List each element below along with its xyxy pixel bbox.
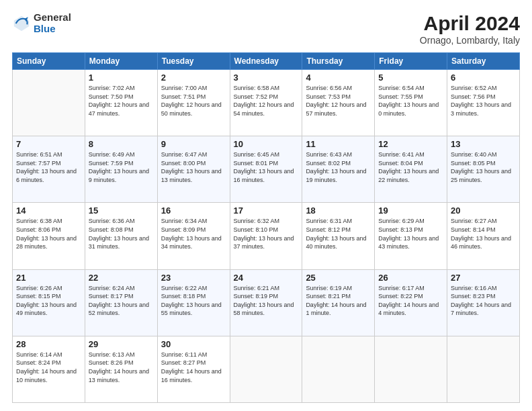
calendar-cell: 16Sunrise: 6:34 AM Sunset: 8:09 PM Dayli…	[157, 203, 230, 269]
calendar-cell: 2Sunrise: 7:00 AM Sunset: 7:51 PM Daylig…	[157, 70, 230, 136]
day-number: 24	[234, 273, 299, 283]
day-info: Sunrise: 6:45 AM Sunset: 8:01 PM Dayligh…	[234, 150, 299, 184]
day-info: Sunrise: 6:27 AM Sunset: 8:14 PM Dayligh…	[451, 217, 516, 250]
day-number: 1	[89, 73, 154, 83]
calendar-cell	[13, 70, 85, 136]
day-info: Sunrise: 6:58 AM Sunset: 7:52 PM Dayligh…	[234, 84, 299, 118]
day-number: 5	[378, 73, 443, 83]
day-number: 19	[378, 205, 443, 216]
weekday-wednesday: Wednesday	[230, 53, 302, 70]
calendar-cell: 28Sunrise: 6:14 AM Sunset: 8:24 PM Dayli…	[13, 336, 85, 402]
calendar-cell: 7Sunrise: 6:51 AM Sunset: 7:57 PM Daylig…	[13, 136, 85, 203]
day-number: 18	[306, 205, 371, 216]
day-number: 15	[89, 205, 154, 216]
day-info: Sunrise: 6:17 AM Sunset: 8:22 PM Dayligh…	[378, 284, 443, 318]
calendar-cell: 22Sunrise: 6:24 AM Sunset: 8:17 PM Dayli…	[85, 269, 157, 336]
day-info: Sunrise: 6:11 AM Sunset: 8:27 PM Dayligh…	[161, 351, 226, 384]
calendar-cell: 20Sunrise: 6:27 AM Sunset: 8:14 PM Dayli…	[447, 203, 520, 269]
day-info: Sunrise: 6:29 AM Sunset: 8:13 PM Dayligh…	[378, 217, 443, 250]
logo-general: General	[34, 12, 71, 24]
day-info: Sunrise: 6:51 AM Sunset: 7:57 PM Dayligh…	[16, 150, 81, 184]
day-number: 17	[234, 205, 299, 216]
calendar-cell: 15Sunrise: 6:36 AM Sunset: 8:08 PM Dayli…	[85, 203, 157, 269]
calendar-cell: 5Sunrise: 6:54 AM Sunset: 7:55 PM Daylig…	[375, 70, 447, 136]
calendar-cell: 27Sunrise: 6:16 AM Sunset: 8:23 PM Dayli…	[447, 269, 520, 336]
week-row-1: 1Sunrise: 7:02 AM Sunset: 7:50 PM Daylig…	[13, 70, 520, 136]
day-info: Sunrise: 6:26 AM Sunset: 8:15 PM Dayligh…	[16, 284, 81, 318]
day-number: 11	[306, 139, 371, 149]
calendar-cell: 21Sunrise: 6:26 AM Sunset: 8:15 PM Dayli…	[13, 269, 85, 336]
week-row-4: 21Sunrise: 6:26 AM Sunset: 8:15 PM Dayli…	[13, 269, 520, 336]
day-info: Sunrise: 6:49 AM Sunset: 7:59 PM Dayligh…	[89, 150, 154, 184]
weekday-friday: Friday	[375, 53, 447, 70]
calendar-cell: 17Sunrise: 6:32 AM Sunset: 8:10 PM Dayli…	[230, 203, 302, 269]
weekday-thursday: Thursday	[302, 53, 375, 70]
subtitle: Ornago, Lombardy, Italy	[420, 35, 520, 46]
day-number: 21	[16, 273, 81, 283]
day-info: Sunrise: 6:24 AM Sunset: 8:17 PM Dayligh…	[89, 284, 154, 318]
day-number: 30	[161, 339, 226, 349]
calendar-cell: 12Sunrise: 6:41 AM Sunset: 8:04 PM Dayli…	[375, 136, 447, 203]
day-number: 7	[16, 139, 81, 149]
day-info: Sunrise: 6:52 AM Sunset: 7:56 PM Dayligh…	[451, 84, 516, 118]
week-row-2: 7Sunrise: 6:51 AM Sunset: 7:57 PM Daylig…	[13, 136, 520, 203]
calendar-cell: 23Sunrise: 6:22 AM Sunset: 8:18 PM Dayli…	[157, 269, 230, 336]
calendar-cell	[375, 336, 447, 402]
day-number: 12	[378, 139, 443, 149]
calendar-cell	[230, 336, 302, 402]
day-info: Sunrise: 6:22 AM Sunset: 8:18 PM Dayligh…	[161, 284, 226, 318]
calendar-cell: 14Sunrise: 6:38 AM Sunset: 8:06 PM Dayli…	[13, 203, 85, 269]
day-info: Sunrise: 6:54 AM Sunset: 7:55 PM Dayligh…	[378, 84, 443, 118]
day-info: Sunrise: 6:16 AM Sunset: 8:23 PM Dayligh…	[451, 284, 516, 318]
calendar-cell: 18Sunrise: 6:31 AM Sunset: 8:12 PM Dayli…	[302, 203, 375, 269]
day-info: Sunrise: 6:56 AM Sunset: 7:53 PM Dayligh…	[306, 84, 371, 118]
calendar-cell: 11Sunrise: 6:43 AM Sunset: 8:02 PM Dayli…	[302, 136, 375, 203]
day-info: Sunrise: 7:02 AM Sunset: 7:50 PM Dayligh…	[89, 84, 154, 118]
day-info: Sunrise: 6:19 AM Sunset: 8:21 PM Dayligh…	[306, 284, 371, 318]
day-info: Sunrise: 6:13 AM Sunset: 8:26 PM Dayligh…	[89, 351, 154, 384]
calendar-cell	[302, 336, 375, 402]
logo-icon	[12, 14, 31, 33]
day-number: 13	[451, 139, 516, 149]
calendar-cell: 1Sunrise: 7:02 AM Sunset: 7:50 PM Daylig…	[85, 70, 157, 136]
day-number: 2	[161, 73, 226, 83]
week-row-3: 14Sunrise: 6:38 AM Sunset: 8:06 PM Dayli…	[13, 203, 520, 269]
logo-blue: Blue	[34, 24, 71, 35]
day-info: Sunrise: 6:43 AM Sunset: 8:02 PM Dayligh…	[306, 150, 371, 184]
calendar-cell: 30Sunrise: 6:11 AM Sunset: 8:27 PM Dayli…	[157, 336, 230, 402]
calendar-cell: 4Sunrise: 6:56 AM Sunset: 7:53 PM Daylig…	[302, 70, 375, 136]
day-info: Sunrise: 6:41 AM Sunset: 8:04 PM Dayligh…	[378, 150, 443, 184]
day-number: 22	[89, 273, 154, 283]
calendar-table: SundayMondayTuesdayWednesdayThursdayFrid…	[12, 52, 520, 403]
calendar-cell: 13Sunrise: 6:40 AM Sunset: 8:05 PM Dayli…	[447, 136, 520, 203]
day-number: 8	[89, 139, 154, 149]
day-info: Sunrise: 6:34 AM Sunset: 8:09 PM Dayligh…	[161, 217, 226, 250]
day-info: Sunrise: 6:38 AM Sunset: 8:06 PM Dayligh…	[16, 217, 81, 250]
logo: General Blue	[12, 12, 71, 34]
day-number: 25	[306, 273, 371, 283]
weekday-saturday: Saturday	[447, 53, 520, 70]
day-number: 9	[161, 139, 226, 149]
week-row-5: 28Sunrise: 6:14 AM Sunset: 8:24 PM Dayli…	[13, 336, 520, 402]
calendar-cell: 10Sunrise: 6:45 AM Sunset: 8:01 PM Dayli…	[230, 136, 302, 203]
day-info: Sunrise: 6:32 AM Sunset: 8:10 PM Dayligh…	[234, 217, 299, 250]
weekday-monday: Monday	[85, 53, 157, 70]
day-number: 16	[161, 205, 226, 216]
day-info: Sunrise: 6:47 AM Sunset: 8:00 PM Dayligh…	[161, 150, 226, 184]
day-info: Sunrise: 7:00 AM Sunset: 7:51 PM Dayligh…	[161, 84, 226, 118]
title-area: April 2024 Ornago, Lombardy, Italy	[420, 12, 520, 46]
day-number: 3	[234, 73, 299, 83]
calendar-cell	[447, 336, 520, 402]
day-number: 4	[306, 73, 371, 83]
day-number: 26	[378, 273, 443, 283]
day-info: Sunrise: 6:36 AM Sunset: 8:08 PM Dayligh…	[89, 217, 154, 250]
day-info: Sunrise: 6:31 AM Sunset: 8:12 PM Dayligh…	[306, 217, 371, 250]
calendar-cell: 19Sunrise: 6:29 AM Sunset: 8:13 PM Dayli…	[375, 203, 447, 269]
day-number: 27	[451, 273, 516, 283]
calendar-cell: 26Sunrise: 6:17 AM Sunset: 8:22 PM Dayli…	[375, 269, 447, 336]
day-info: Sunrise: 6:40 AM Sunset: 8:05 PM Dayligh…	[451, 150, 516, 184]
calendar-cell: 8Sunrise: 6:49 AM Sunset: 7:59 PM Daylig…	[85, 136, 157, 203]
page: General Blue April 2024 Ornago, Lombardy…	[0, 0, 532, 411]
calendar-cell: 25Sunrise: 6:19 AM Sunset: 8:21 PM Dayli…	[302, 269, 375, 336]
header: General Blue April 2024 Ornago, Lombardy…	[12, 12, 520, 46]
